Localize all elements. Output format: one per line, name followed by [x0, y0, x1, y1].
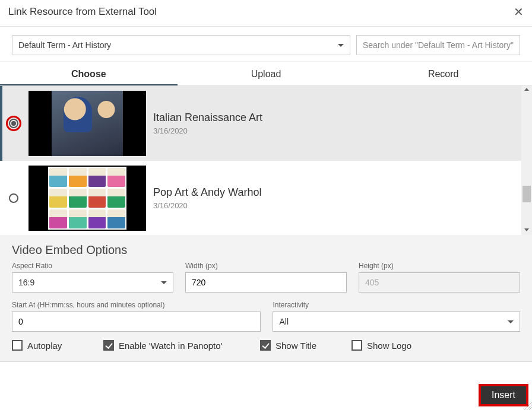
interactivity-value: All	[279, 317, 289, 326]
insert-button[interactable]: Insert	[479, 384, 528, 406]
checks-row: Autoplay Enable 'Watch in Panopto' Show …	[12, 340, 520, 351]
modal-header: Link Resource from External Tool ✕	[0, 0, 532, 27]
radio-frame	[6, 193, 21, 203]
chevron-down-icon	[338, 44, 344, 47]
video-thumbnail	[28, 166, 146, 231]
close-icon[interactable]: ✕	[514, 5, 524, 19]
item-title: Italian Renaissance Art	[153, 112, 515, 124]
height-label: Height (px)	[359, 262, 520, 270]
width-label: Width (px)	[185, 262, 347, 270]
show-logo-label: Show Logo	[367, 341, 411, 351]
checkbox-icon	[12, 340, 23, 351]
term-dropdown[interactable]: Default Term - Art History	[12, 35, 350, 55]
start-at-label: Start At (HH:mm:ss, hours and minutes op…	[12, 301, 261, 309]
scrollbar[interactable]	[521, 86, 532, 235]
controls-row: Default Term - Art History	[0, 27, 532, 61]
radio-selected-icon[interactable]	[9, 119, 18, 128]
radio-icon[interactable]	[9, 193, 18, 203]
scroll-up-icon[interactable]	[524, 88, 529, 91]
autoplay-checkbox[interactable]: Autoplay	[12, 340, 95, 351]
watch-panopto-label: Enable 'Watch in Panopto'	[119, 341, 222, 351]
radio-frame	[6, 119, 21, 128]
scroll-thumb[interactable]	[522, 186, 531, 202]
checkbox-checked-icon	[103, 340, 114, 351]
search-input[interactable]	[356, 35, 520, 55]
item-meta: Italian Renaissance Art 3/16/2020	[153, 112, 515, 135]
modal-body: Default Term - Art History Choose Upload…	[0, 27, 532, 362]
results-list: Italian Renaissance Art 3/16/2020 Pop Ar…	[0, 85, 532, 235]
link-resource-modal: Link Resource from External Tool ✕ Defau…	[0, 0, 532, 410]
list-item[interactable]: Pop Art & Andy Warhol 3/16/2020	[0, 161, 521, 235]
start-at-input[interactable]	[12, 312, 261, 332]
list-item[interactable]: Italian Renaissance Art 3/16/2020	[0, 86, 521, 161]
checkbox-icon	[352, 340, 362, 351]
height-value: 405	[365, 278, 379, 287]
video-thumbnail	[28, 91, 146, 156]
show-title-label: Show Title	[276, 341, 316, 351]
chevron-down-icon	[508, 320, 514, 323]
item-date: 3/16/2020	[153, 201, 515, 210]
height-input: 405	[359, 272, 520, 293]
item-date: 3/16/2020	[153, 126, 515, 135]
chevron-down-icon	[161, 281, 167, 284]
interactivity-select[interactable]: All	[273, 312, 520, 332]
tab-upload[interactable]: Upload	[178, 62, 355, 85]
aspect-ratio-value: 16:9	[18, 278, 34, 287]
tabs: Choose Upload Record	[0, 61, 532, 85]
autoplay-label: Autoplay	[27, 341, 62, 351]
modal-title: Link Resource from External Tool	[8, 6, 157, 18]
width-input[interactable]	[185, 272, 347, 293]
interactivity-label: Interactivity	[273, 301, 520, 309]
tab-choose[interactable]: Choose	[0, 62, 178, 85]
modal-footer: Insert	[479, 384, 528, 406]
item-meta: Pop Art & Andy Warhol 3/16/2020	[153, 186, 515, 210]
checkbox-checked-icon	[260, 340, 271, 351]
results-scroll: Italian Renaissance Art 3/16/2020 Pop Ar…	[0, 86, 521, 235]
watch-panopto-checkbox[interactable]: Enable 'Watch in Panopto'	[103, 340, 252, 351]
embed-options-title: Video Embed Options	[12, 243, 520, 257]
show-title-checkbox[interactable]: Show Title	[260, 340, 343, 351]
term-dropdown-value: Default Term - Art History	[18, 40, 111, 50]
aspect-ratio-label: Aspect Ratio	[12, 262, 173, 270]
tab-record[interactable]: Record	[354, 62, 532, 85]
aspect-ratio-select[interactable]: 16:9	[12, 272, 173, 293]
item-title: Pop Art & Andy Warhol	[153, 186, 515, 199]
embed-options: Video Embed Options Aspect Ratio 16:9 Wi…	[0, 235, 532, 361]
show-logo-checkbox[interactable]: Show Logo	[352, 340, 435, 351]
scroll-down-icon[interactable]	[524, 228, 529, 231]
